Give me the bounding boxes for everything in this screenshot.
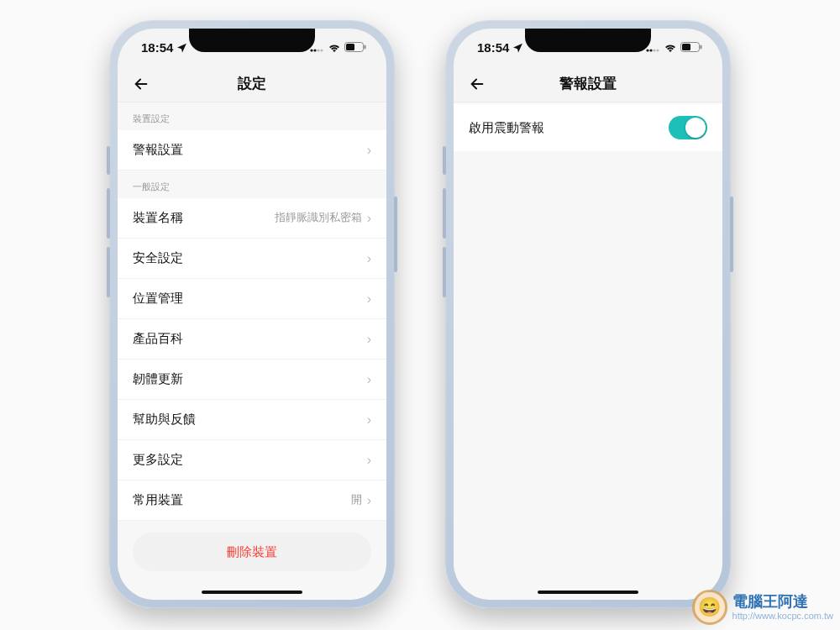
delete-label: 刪除裝置 <box>227 544 277 560</box>
section-header-general: 一般設定 <box>118 171 386 198</box>
svg-rect-5 <box>346 44 354 50</box>
power-button <box>394 197 397 272</box>
nav-bar: 設定 <box>118 66 386 102</box>
svg-point-9 <box>653 49 655 51</box>
row-label: 更多設定 <box>133 452 183 468</box>
chevron-right-icon: › <box>367 493 371 508</box>
back-button[interactable] <box>129 72 153 96</box>
row-label: 韌體更新 <box>133 371 183 387</box>
row-label: 幫助與反饋 <box>133 412 196 428</box>
row-more-settings[interactable]: 更多設定 › <box>118 440 386 480</box>
settings-list[interactable]: 裝置設定 警報設置 › 一般設定 裝置名稱 指靜脈識別私密箱 › 安全設定 › <box>118 102 386 600</box>
row-label: 安全設定 <box>133 250 183 266</box>
mute-switch <box>107 146 110 175</box>
chevron-right-icon: › <box>367 251 371 266</box>
chevron-right-icon: › <box>367 143 371 158</box>
chevron-right-icon: › <box>367 211 371 226</box>
row-value: 指靜脈識別私密箱 <box>275 211 362 225</box>
chevron-right-icon: › <box>367 453 371 468</box>
location-arrow-icon <box>512 42 523 53</box>
chevron-right-icon: › <box>367 372 371 387</box>
page-title: 設定 <box>238 74 266 93</box>
phone-frame-left: 18:54 <box>109 20 395 608</box>
chevron-right-icon: › <box>367 332 371 347</box>
watermark-avatar-icon: 😄 <box>692 590 727 625</box>
home-indicator[interactable] <box>538 591 638 594</box>
row-label: 位置管理 <box>133 291 183 307</box>
delete-device-button[interactable]: 刪除裝置 <box>133 533 371 571</box>
status-time: 18:54 <box>141 40 173 55</box>
row-value: 開 <box>351 493 362 507</box>
row-label: 常用裝置 <box>133 492 183 508</box>
row-alarm-settings[interactable]: 警報設置 › <box>118 130 386 171</box>
back-button[interactable] <box>465 72 489 96</box>
section-header-device: 裝置設定 <box>118 102 386 130</box>
svg-rect-6 <box>365 45 366 50</box>
svg-rect-13 <box>701 45 702 50</box>
volume-down-button <box>443 247 446 297</box>
row-help-feedback[interactable]: 幫助與反饋 › <box>118 400 386 440</box>
svg-point-7 <box>646 49 648 51</box>
battery-icon <box>344 42 366 52</box>
home-indicator[interactable] <box>202 591 302 594</box>
row-enable-vibration-alarm[interactable]: 啟用震動警報 <box>454 104 722 151</box>
row-common-device[interactable]: 常用裝置 開 › <box>118 480 386 521</box>
status-time: 18:54 <box>477 40 509 55</box>
row-label: 產品百科 <box>133 331 183 347</box>
alarm-settings-content: 啟用震動警報 <box>454 102 722 600</box>
svg-point-8 <box>649 49 652 51</box>
vibration-alarm-toggle[interactable] <box>669 116 707 139</box>
watermark-url: http://www.kocpc.com.tw <box>732 611 833 621</box>
row-product-wiki[interactable]: 產品百科 › <box>118 319 386 360</box>
svg-point-2 <box>317 49 319 51</box>
row-label: 警報設置 <box>133 142 183 158</box>
display-notch <box>189 29 315 52</box>
toggle-knob <box>685 118 706 138</box>
chevron-right-icon: › <box>367 291 371 307</box>
svg-point-10 <box>656 49 659 51</box>
mute-switch <box>443 146 446 175</box>
volume-up-button <box>443 188 446 239</box>
row-device-name[interactable]: 裝置名稱 指靜脈識別私密箱 › <box>118 198 386 239</box>
row-location-management[interactable]: 位置管理 › <box>118 279 386 319</box>
wifi-icon <box>664 42 677 52</box>
watermark-title: 電腦王阿達 <box>732 594 833 611</box>
svg-rect-12 <box>682 44 690 50</box>
nav-bar: 警報設置 <box>454 66 722 102</box>
location-arrow-icon <box>176 42 187 53</box>
svg-point-3 <box>320 49 323 51</box>
battery-icon <box>680 42 702 52</box>
phone-frame-right: 18:54 <box>445 20 731 608</box>
power-button <box>730 197 733 272</box>
row-label: 啟用震動警報 <box>469 120 544 136</box>
page-title: 警報設置 <box>559 74 617 93</box>
volume-down-button <box>107 247 110 297</box>
svg-point-1 <box>313 49 316 51</box>
row-security-settings[interactable]: 安全設定 › <box>118 239 386 279</box>
svg-point-0 <box>310 49 312 51</box>
wifi-icon <box>328 42 341 52</box>
chevron-right-icon: › <box>367 412 371 428</box>
row-firmware-update[interactable]: 韌體更新 › <box>118 360 386 400</box>
volume-up-button <box>107 188 110 239</box>
watermark: 😄 電腦王阿達 http://www.kocpc.com.tw <box>692 590 833 625</box>
display-notch <box>525 29 651 52</box>
row-label: 裝置名稱 <box>133 210 183 226</box>
